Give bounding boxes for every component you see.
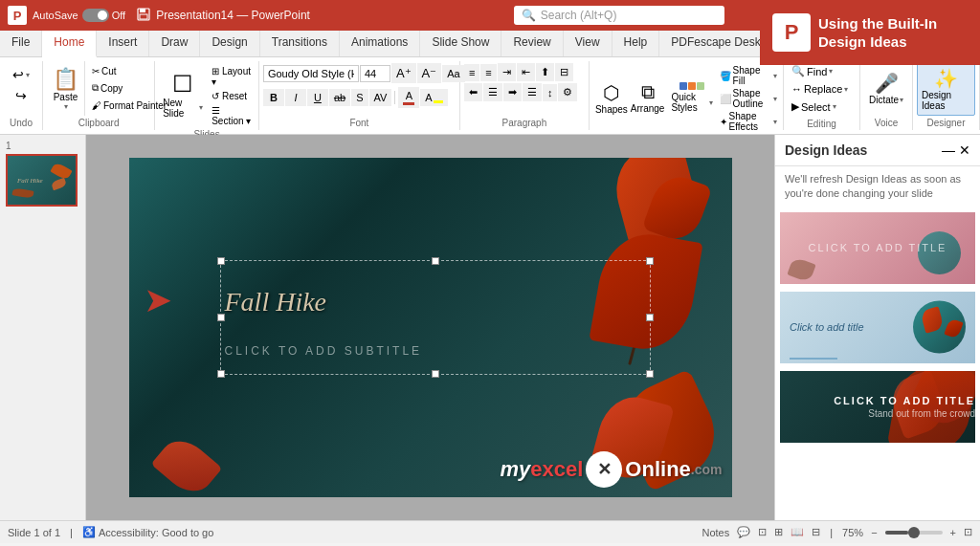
indent-increase-button[interactable]: ⇥ [498, 63, 516, 81]
new-slide-button[interactable]: ☐ New Slide ▾ [159, 67, 207, 122]
undo-button[interactable]: ↩ ▾ [9, 65, 33, 84]
comments-button[interactable]: 💬 [737, 526, 750, 538]
replace-button[interactable]: ↔ Replace ▾ [788, 81, 852, 97]
tab-draw[interactable]: Draw [149, 31, 200, 56]
design-panel-minimize[interactable]: — [942, 142, 955, 158]
arrange-label: Arrange [631, 103, 665, 114]
slide-title[interactable]: Fall Hike [225, 287, 327, 317]
handle-bottom-middle[interactable] [432, 370, 439, 378]
zoom-out-button[interactable]: − [871, 527, 877, 538]
handle-middle-left[interactable] [217, 314, 225, 321]
design-ideas-highlight-box: P Using the Built-In Design Ideas [760, 0, 980, 65]
handle-middle-right[interactable] [646, 314, 654, 321]
handle-bottom-right[interactable] [646, 370, 654, 378]
find-button[interactable]: 🔍 Find ▾ [788, 63, 836, 79]
shape-outline-button[interactable]: ⬜ Shape Outline ▾ [720, 88, 777, 109]
design-card-3[interactable]: CLICK TO ADD TITLE Stand out from the cr… [779, 370, 976, 444]
search-bar[interactable]: 🔍 Search (Alt+Q) [514, 6, 724, 25]
italic-button[interactable]: I [285, 89, 306, 106]
align-right-button[interactable]: ➡ [503, 83, 522, 101]
text-direction-button[interactable]: ⬆ [536, 63, 554, 81]
char-spacing-button[interactable]: AV [369, 89, 392, 106]
slide-section-button[interactable]: ☰ Section ▾ [209, 104, 255, 127]
redo-button[interactable]: ↪ [11, 86, 31, 105]
numbered-list-button[interactable]: ≡ [480, 64, 496, 81]
quick-styles-label: Quick Styles [671, 92, 708, 113]
shape-effects-dropdown: ▾ [773, 118, 777, 126]
zoom-slider-thumb[interactable] [908, 527, 920, 538]
dictate-dropdown: ▾ [900, 96, 903, 104]
align-center-button[interactable]: ☰ [483, 83, 502, 101]
save-icon[interactable] [137, 8, 150, 23]
handle-top-left[interactable] [217, 257, 225, 265]
slide-sorter-button[interactable]: ⊞ [774, 526, 783, 538]
slide-layout-button[interactable]: ⊞ Layout ▾ [209, 65, 255, 88]
handle-top-right[interactable] [646, 257, 654, 265]
handle-top-middle[interactable] [432, 257, 439, 265]
autosave-toggle[interactable] [82, 9, 109, 22]
autosave-state: Off [112, 10, 125, 21]
font-decrease-button[interactable]: A⁻ [417, 63, 442, 83]
design-panel-close[interactable]: ✕ [959, 142, 970, 158]
reading-view-button[interactable]: 📖 [791, 526, 804, 538]
slide-canvas[interactable]: ➤ Fall Hike CLICK TO ADD SUBTITLE my exc… [129, 158, 732, 497]
font-increase-button[interactable]: A⁺ [391, 63, 416, 83]
dictate-label: Dictate [869, 95, 899, 105]
smart-convert-button[interactable]: ⚙ [558, 83, 577, 101]
tab-insert[interactable]: Insert [97, 31, 149, 56]
quick-styles-button[interactable]: Quick Styles ▾ [667, 80, 716, 115]
shapes-button[interactable]: ⬡ Shapes [595, 81, 628, 115]
handle-bottom-left[interactable] [217, 370, 225, 378]
slide-thumbnail[interactable]: Fall Hike [6, 154, 78, 207]
tab-file[interactable]: File [0, 31, 42, 56]
tab-home[interactable]: Home [42, 31, 97, 57]
drawing-group: ⬡ Shapes ⧉ Arrange Quick Styles [590, 61, 784, 130]
justify-button[interactable]: ☰ [523, 83, 542, 101]
shape-fill-button[interactable]: 🪣 Shape Fill ▾ [720, 65, 777, 86]
underline-button[interactable]: U [307, 89, 328, 106]
tab-design[interactable]: Design [200, 31, 259, 56]
select-label: Select [801, 101, 831, 113]
presenter-view-button[interactable]: ⊟ [812, 526, 820, 538]
shape-effects-button[interactable]: ✦ Shape Effects ▾ [720, 111, 777, 132]
strikethrough-button[interactable]: ab [329, 89, 350, 106]
tab-transitions[interactable]: Transitions [260, 31, 340, 56]
zoom-in-button[interactable]: + [950, 527, 956, 538]
highlight-logo: P [785, 20, 799, 45]
font-size-input[interactable] [360, 65, 390, 82]
highlight-color-button[interactable]: A [420, 89, 447, 106]
undo-group-label: Undo [4, 116, 38, 130]
tab-help[interactable]: Help [612, 31, 660, 56]
notes-button[interactable]: Notes [702, 527, 729, 538]
tab-slideshow[interactable]: Slide Show [420, 31, 501, 56]
tab-review[interactable]: Review [501, 31, 563, 56]
normal-view-button[interactable]: ⊡ [758, 526, 767, 538]
paste-button[interactable]: 📋 Paste ▾ [47, 61, 85, 116]
shadow-button[interactable]: S [351, 89, 368, 106]
bullet-list-button[interactable]: ≡ [464, 64, 479, 81]
slide-reset-button[interactable]: ↺ Reset [209, 90, 255, 102]
arrange-button[interactable]: ⧉ Arrange [631, 81, 665, 114]
font-group: A⁺ A⁻ Aa B I U ab S AV A A Font [259, 61, 460, 130]
font-color-button[interactable]: A [398, 87, 419, 108]
dictate-button[interactable]: 🎤 Dictate ▾ [865, 68, 907, 109]
line-spacing-button[interactable]: ↕ [543, 84, 558, 101]
zoom-slider[interactable] [885, 531, 943, 535]
columns-button[interactable]: ⊟ [555, 63, 573, 81]
editing-group: 🔍 Find ▾ ↔ Replace ▾ ▶ Select ▾ Editing [784, 61, 860, 130]
indent-decrease-button[interactable]: ⇤ [517, 63, 535, 81]
design-card-1[interactable]: CLICK TO ADD TITLE [779, 211, 976, 285]
bold-button[interactable]: B [263, 89, 284, 106]
font-name-input[interactable] [263, 65, 359, 82]
tab-view[interactable]: View [564, 31, 612, 56]
font-divider [394, 91, 395, 104]
tab-animations[interactable]: Animations [340, 31, 420, 56]
status-divider-2: | [830, 527, 833, 538]
fit-slide-button[interactable]: ⊡ [964, 526, 972, 538]
design-card-2[interactable]: Click to add title [779, 291, 976, 364]
design-ideas-button[interactable]: ✨ Design Ideas [917, 62, 975, 116]
select-button[interactable]: ▶ Select ▾ [788, 98, 840, 115]
align-left-button[interactable]: ⬅ [464, 83, 482, 101]
shape-outline-icon: ⬜ [720, 94, 731, 104]
slide-subtitle[interactable]: CLICK TO ADD SUBTITLE [225, 344, 423, 358]
